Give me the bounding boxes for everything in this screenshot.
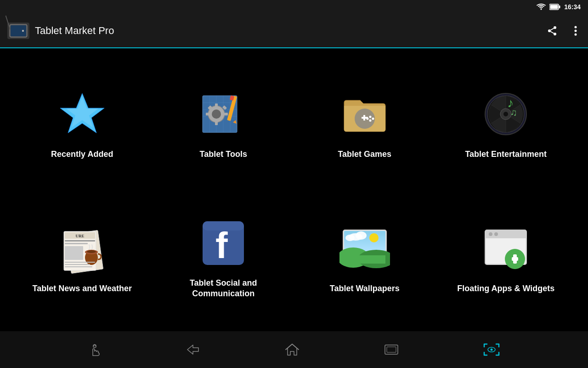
svg-rect-2 — [559, 6, 560, 8]
svg-point-40 — [372, 118, 374, 120]
wifi-icon — [537, 3, 546, 11]
svg-point-39 — [369, 116, 371, 118]
tablet-tools-icon — [196, 86, 251, 142]
tablet-news-icon: URE — [55, 221, 110, 276]
toolbar-actions — [543, 22, 581, 40]
svg-line-11 — [551, 28, 554, 30]
svg-point-72 — [356, 231, 367, 240]
app-title: Tablet Market Pro — [35, 25, 543, 37]
svg-rect-6 — [22, 30, 24, 32]
recently-added-icon — [55, 86, 110, 142]
floating-apps-icon — [478, 221, 533, 276]
svg-text:f: f — [215, 225, 228, 266]
app-bar: ╱ Tablet Market Pro — [0, 0, 588, 48]
svg-rect-29 — [206, 113, 209, 115]
tablet-entertainment-label: Tablet Entertainment — [465, 149, 547, 160]
svg-rect-30 — [224, 113, 228, 115]
category-recently-added[interactable]: Recently Added — [14, 58, 151, 188]
category-tablet-tools[interactable]: Tablet Tools — [155, 58, 292, 188]
svg-point-13 — [575, 29, 577, 32]
nav-recents-button[interactable] — [379, 339, 404, 361]
svg-rect-83 — [513, 254, 517, 264]
svg-point-42 — [366, 118, 368, 120]
svg-line-10 — [551, 31, 554, 33]
svg-rect-3 — [550, 5, 558, 9]
category-tablet-entertainment[interactable]: ♪ ♫ Tablet Entertainment — [438, 58, 575, 188]
battery-icon — [549, 4, 560, 10]
recently-added-label: Recently Added — [51, 149, 113, 160]
svg-point-12 — [575, 26, 577, 28]
svg-point-7 — [554, 26, 556, 29]
svg-point-8 — [548, 29, 551, 32]
svg-point-14 — [575, 33, 577, 35]
svg-rect-60 — [65, 264, 90, 265]
category-tablet-games[interactable]: Tablet Games — [296, 58, 433, 188]
more-options-button[interactable] — [571, 22, 581, 40]
svg-rect-55 — [65, 246, 83, 260]
svg-text:♫: ♫ — [510, 107, 517, 117]
nav-home-button[interactable] — [279, 338, 305, 362]
svg-rect-61 — [65, 266, 92, 267]
svg-rect-59 — [65, 262, 95, 263]
svg-rect-70 — [344, 255, 385, 264]
tablet-wallpapers-label: Tablet Wallpapers — [330, 283, 400, 294]
svg-rect-54 — [65, 243, 88, 244]
category-tablet-social[interactable]: f Tablet Social and Communication — [155, 193, 292, 322]
category-tablet-news[interactable]: URE Tablet News and We — [14, 193, 151, 322]
svg-point-26 — [212, 109, 221, 119]
status-bar: 16:34 — [537, 0, 588, 14]
svg-point-41 — [369, 120, 371, 122]
svg-point-79 — [494, 232, 498, 236]
svg-point-0 — [541, 9, 542, 10]
category-floating-apps[interactable]: Floating Apps & Widgets — [438, 193, 575, 322]
tablet-wallpapers-icon — [337, 221, 392, 276]
nav-bar — [0, 331, 588, 368]
tablet-social-label: Tablet Social and Communication — [164, 278, 283, 299]
tablet-entertainment-icon: ♪ ♫ — [478, 86, 533, 142]
status-time: 16:34 — [564, 3, 581, 11]
svg-text:URE: URE — [75, 234, 84, 238]
tablet-games-label: Tablet Games — [338, 149, 391, 160]
svg-point-73 — [345, 235, 355, 241]
svg-rect-86 — [387, 347, 396, 352]
tablet-tools-label: Tablet Tools — [200, 149, 247, 160]
tablet-news-label: Tablet News and Weather — [33, 283, 132, 294]
nav-back-button[interactable] — [180, 339, 206, 361]
share-button[interactable] — [543, 22, 561, 40]
svg-point-78 — [489, 232, 492, 236]
svg-point-74 — [369, 233, 379, 242]
svg-point-58 — [87, 250, 96, 253]
svg-rect-38 — [363, 115, 365, 121]
floating-apps-label: Floating Apps & Widgets — [457, 283, 554, 294]
svg-point-46 — [503, 112, 508, 116]
categories-grid: Recently Added — [0, 49, 588, 331]
svg-rect-27 — [215, 104, 218, 107]
tablet-social-icon: f — [196, 215, 251, 270]
svg-rect-28 — [215, 121, 218, 125]
svg-point-9 — [554, 33, 556, 35]
nav-lock-button[interactable] — [83, 338, 107, 362]
tablet-games-icon — [337, 86, 392, 142]
nav-screenshot-button[interactable] — [478, 338, 505, 362]
category-tablet-wallpapers[interactable]: Tablet Wallpapers — [296, 193, 433, 322]
svg-point-88 — [491, 349, 493, 351]
svg-rect-53 — [65, 240, 95, 242]
